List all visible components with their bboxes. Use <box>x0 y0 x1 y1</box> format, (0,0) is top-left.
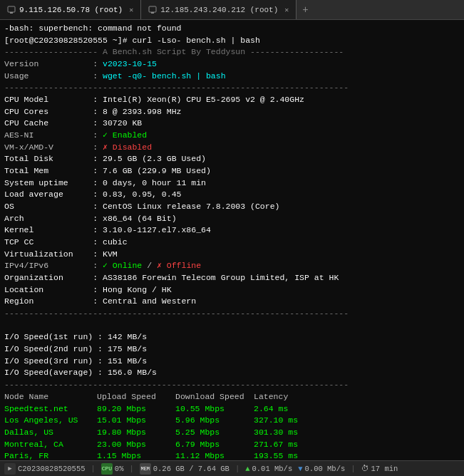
line-disk: Total Disk : 29.5 GB (2.3 GB Used) <box>4 153 460 165</box>
line-bash-error: -bash: superbench: command not found <box>4 23 460 35</box>
status-time-value: 17 min <box>371 465 398 473</box>
line-usage: Usage : wget -q0- bench.sh | bash <box>4 71 460 83</box>
tab-2-label: 12.185.243.240.212 (root) <box>160 6 278 14</box>
line-io1: I/O Speed(1st run) : 142 MB/s <box>4 331 460 343</box>
line-version: Version : v2023-10-15 <box>4 58 460 71</box>
statusbar: ▶ C20230828520555 | CPU 0% | MEM 0.26 GB… <box>0 460 464 476</box>
network-row-1: Los Angeles, US 15.01 Mbps 5.96 Mbps 327… <box>4 415 460 427</box>
line-sep1: ------------------- A Bench.sh Script By… <box>4 46 460 58</box>
sep2: | <box>129 465 133 473</box>
download-arrow-icon: ▼ <box>298 465 302 473</box>
line-arch: Arch : x86_64 (64 Bit) <box>4 213 460 225</box>
terminal-icon-1 <box>7 6 16 14</box>
net-download-3: 6.79 Mbps <box>175 439 254 451</box>
sep1: | <box>91 465 96 473</box>
net-node-2: Dallas, US <box>4 427 97 439</box>
tab-1[interactable]: 9.115.126.50.78 (root) ✕ <box>0 0 141 19</box>
titlebar: 9.115.126.50.78 (root) ✕ 12.185.243.240.… <box>0 0 464 20</box>
line-cpu-cache: CPU Cache : 30720 KB <box>4 118 460 130</box>
line-ipv: IPv4/IPv6 : ✓ Online / ✗ Offline <box>4 260 460 272</box>
sep3: | <box>235 465 239 473</box>
terminal-area: -bash: superbench: command not found [ro… <box>0 20 464 460</box>
header-latency: Latency <box>254 391 318 403</box>
network-rows: Speedtest.net 89.20 Mbps 10.55 Mbps 2.64… <box>4 403 460 461</box>
line-loc: Location : Hong Kong / HK <box>4 284 460 296</box>
line-sep2: ----------------------------------------… <box>4 82 460 94</box>
line-vmx: VM-x/AMD-V : ✗ Disabled <box>4 142 460 154</box>
status-upload: ▲ 0.01 Mb/s <box>245 465 292 473</box>
network-row-2: Dallas, US 19.80 Mbps 5.25 Mbps 301.30 m… <box>4 427 460 439</box>
svg-rect-1 <box>10 12 13 14</box>
line-mem: Total Mem : 7.6 GB (229.9 MB Used) <box>4 165 460 177</box>
net-latency-4: 193.55 ms <box>254 450 318 460</box>
status-session: ▶ C20230828520555 <box>4 463 86 475</box>
status-time: ⏱ 17 min <box>361 465 398 473</box>
net-upload-4: 1.15 Mbps <box>97 450 175 460</box>
clock-icon: ⏱ <box>361 465 369 473</box>
header-node: Node Name <box>4 391 97 403</box>
net-node-3: Montreal, CA <box>4 439 97 451</box>
net-upload-3: 23.00 Mbps <box>97 439 175 451</box>
line-cpu-cores: CPU Cores : 8 @ 2393.998 MHz <box>4 106 460 118</box>
line-io2: I/O Speed(2nd run) : 175 MB/s <box>4 343 460 356</box>
net-node-1: Los Angeles, US <box>4 415 97 427</box>
net-upload-1: 15.01 Mbps <box>97 415 175 427</box>
status-cpu: CPU 0% <box>101 463 124 475</box>
terminal-icon-2 <box>148 6 157 14</box>
sep4: | <box>351 465 355 473</box>
line-tcp: TCP CC : cubic <box>4 237 460 249</box>
net-latency-2: 301.30 ms <box>254 427 318 439</box>
line-sep4: ----------------------------------------… <box>4 379 460 391</box>
line-os: OS : CentOS Linux release 7.8.2003 (Core… <box>4 201 460 213</box>
network-row-4: Paris, FR 1.15 Mbps 11.12 Mbps 193.55 ms <box>4 450 460 460</box>
cpu-icon: CPU <box>101 463 113 475</box>
upload-arrow-icon: ▲ <box>245 465 249 473</box>
line-uptime: System uptime : 0 days, 0 hour 11 min <box>4 177 460 190</box>
status-download: ▼ 0.00 Mb/s <box>298 465 345 473</box>
status-upload-speed: 0.01 Mb/s <box>252 465 293 473</box>
line-region: Region : Central and Western <box>4 296 460 308</box>
line-cpu-model: CPU Model : Intel(R) Xeon(R) CPU E5-2695… <box>4 94 460 106</box>
header-download: Download Speed <box>175 391 254 403</box>
line-aes: AES-NI : ✓ Enabled <box>4 130 460 142</box>
line-io3: I/O Speed(3rd run) : 151 MB/s <box>4 356 460 368</box>
line-sep3: ----------------------------------------… <box>4 308 460 320</box>
net-download-2: 5.25 Mbps <box>175 427 254 439</box>
net-download-4: 11.12 Mbps <box>175 450 254 460</box>
add-tab-button[interactable]: + <box>297 4 314 16</box>
network-row-0: Speedtest.net 89.20 Mbps 10.55 Mbps 2.64… <box>4 403 460 415</box>
network-row-3: Montreal, CA 23.00 Mbps 6.79 Mbps 271.67… <box>4 439 460 451</box>
line-blank1 <box>4 320 460 332</box>
net-upload-0: 89.20 Mbps <box>97 403 175 415</box>
line-load: Load average : 0.83, 0.95, 0.45 <box>4 189 460 201</box>
terminal-status-icon: ▶ <box>4 463 16 475</box>
net-node-0: Speedtest.net <box>4 403 97 415</box>
tab-2[interactable]: 12.185.243.240.212 (root) ✕ <box>141 0 297 19</box>
net-upload-2: 19.80 Mbps <box>97 427 175 439</box>
line-curl-cmd: [root@C20230828520555 ~]# curl -Lso- ben… <box>4 35 460 47</box>
status-session-id: C20230828520555 <box>18 465 86 473</box>
tab-1-close[interactable]: ✕ <box>129 6 133 14</box>
svg-rect-0 <box>8 6 15 12</box>
line-kernel: Kernel : 3.10.0-1127.el7.x86_64 <box>4 224 460 237</box>
header-upload: Upload Speed <box>97 391 175 403</box>
line-org: Organization : AS38186 Forewin Telecom G… <box>4 272 460 284</box>
net-latency-1: 327.10 ms <box>254 415 318 427</box>
net-latency-0: 2.64 ms <box>254 403 318 415</box>
net-node-4: Paris, FR <box>4 450 97 460</box>
status-memory: 0.26 GB / 7.64 GB <box>153 465 230 473</box>
tab-1-label: 9.115.126.50.78 (root) <box>19 6 123 14</box>
status-download-speed: 0.00 Mb/s <box>305 465 346 473</box>
status-mem: MEM 0.26 GB / 7.64 GB <box>140 463 230 475</box>
mem-icon: MEM <box>140 463 151 475</box>
net-latency-3: 271.67 ms <box>254 439 318 451</box>
net-download-1: 5.96 Mbps <box>175 415 254 427</box>
net-download-0: 10.55 Mbps <box>175 403 254 415</box>
tab-2-close[interactable]: ✕ <box>284 6 289 14</box>
status-cpu-percent: 0% <box>115 465 124 473</box>
svg-rect-2 <box>149 6 156 12</box>
line-virt: Virtualization : KVM <box>4 249 460 261</box>
svg-rect-3 <box>151 12 154 14</box>
line-io-avg: I/O Speed(average) : 156.0 MB/s <box>4 367 460 379</box>
network-table-header: Node Name Upload Speed Download Speed La… <box>4 391 460 403</box>
